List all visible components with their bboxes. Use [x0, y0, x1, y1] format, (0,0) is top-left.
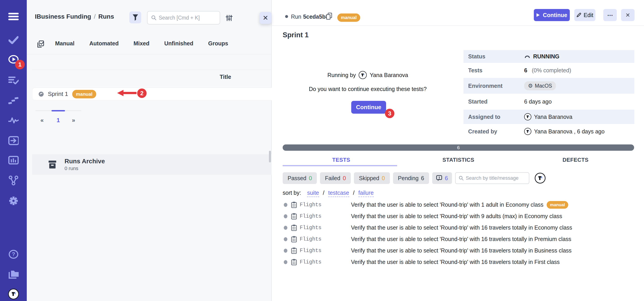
filter-pending[interactable]: Pending 6	[393, 172, 429, 184]
detail-label: Environment	[464, 83, 524, 89]
sort-separator: /	[353, 190, 354, 196]
clipboard-icon	[291, 236, 297, 242]
comment-icon	[436, 175, 442, 181]
filter-label: Failed	[325, 175, 340, 182]
ellipsis-icon: ⋯	[607, 12, 613, 18]
test-filters: Passed 0 Failed 0 Skipped 0 Pending 6 6	[283, 172, 546, 184]
milestones-steps-icon[interactable]	[8, 95, 19, 106]
continue-label: Continue	[356, 104, 381, 111]
tab-defects[interactable]: DEFECTS	[517, 157, 634, 163]
filter-skipped[interactable]: Skipped 0	[354, 172, 390, 184]
sliders-icon	[226, 14, 233, 21]
detail-label: Created by	[464, 128, 524, 135]
filter-button[interactable]	[129, 11, 141, 23]
copy-icon[interactable]	[326, 12, 332, 20]
profile-avatar[interactable]	[8, 289, 19, 299]
tests-search[interactable]	[455, 172, 529, 184]
runs-search[interactable]	[147, 11, 220, 24]
test-title: Verify that the user is able to select '…	[351, 224, 572, 231]
clipboard-icon	[291, 213, 297, 220]
tab-manual[interactable]: Manual	[55, 40, 74, 47]
test-row[interactable]: Flights Verify that the user is able to …	[283, 199, 578, 211]
tab-mixed[interactable]: Mixed	[134, 40, 150, 47]
pagination-prev[interactable]: «	[38, 117, 46, 124]
tab-automated[interactable]: Automated	[89, 40, 119, 47]
test-status-dot	[284, 237, 287, 241]
run-detail-header: Run5ceda5b8 manual Continue Edit ⋯	[272, 0, 644, 26]
filter-comments[interactable]: 6	[432, 172, 452, 184]
active-tab-underline	[283, 165, 397, 166]
test-status-dot	[284, 203, 287, 207]
running-by-user: Yana Baranova	[370, 72, 408, 78]
sort-by-failure[interactable]: failure	[358, 190, 374, 197]
environment-chip[interactable]: ⚙ MacOS	[524, 81, 556, 90]
test-type-badge: manual	[547, 201, 568, 209]
runs-type-tabs: Manual Automated Mixed Unfinished Groups	[55, 40, 228, 47]
analytics-bar-chart-icon[interactable]	[8, 155, 19, 165]
plans-list-check-icon[interactable]	[8, 75, 19, 85]
import-box-arrow-icon[interactable]	[8, 135, 19, 146]
scrollbar-thumb[interactable]	[269, 151, 271, 162]
continue-button-main[interactable]: Continue	[351, 101, 386, 114]
help-question-icon[interactable]: ?	[8, 249, 19, 260]
view-settings-button[interactable]	[225, 14, 233, 22]
run-detail-tabs: TESTS STATISTICS DEFECTS	[283, 157, 634, 163]
projects-folders-icon[interactable]	[8, 269, 19, 280]
sort-label: sort by:	[283, 190, 301, 196]
run-id: 5ceda5b8	[303, 13, 329, 20]
tab-unfinished[interactable]: Unfinished	[164, 40, 194, 47]
assignee-avatar[interactable]	[535, 173, 546, 184]
table-top-border	[32, 70, 272, 70]
test-status-dot	[284, 260, 287, 264]
clipboard-icon	[291, 202, 297, 208]
archive-title: Runs Archive	[64, 158, 105, 165]
test-title: Verify that the user is able to select '…	[351, 259, 560, 265]
sort-by-testcase[interactable]: testcase	[328, 190, 349, 197]
settings-gear-icon[interactable]	[8, 196, 19, 206]
menu-icon[interactable]	[8, 11, 19, 22]
test-row[interactable]: Flights Verify that the user is able to …	[283, 211, 578, 222]
filter-failed[interactable]: Failed 0	[320, 172, 351, 184]
progress-count: 6	[457, 145, 460, 150]
detail-label: Started	[464, 98, 524, 105]
tab-tests[interactable]: TESTS	[283, 157, 400, 163]
tests-check-icon[interactable]	[8, 35, 19, 45]
continue-button-header[interactable]: Continue	[534, 9, 570, 21]
test-suite: Flights	[300, 225, 351, 231]
close-icon: ✕	[626, 12, 630, 18]
test-suite: Flights	[300, 202, 351, 208]
annotation-circle-1: 1	[15, 60, 25, 69]
detail-row-assigned: Assigned to Yana Baranova	[464, 110, 634, 124]
tab-groups[interactable]: Groups	[208, 40, 228, 47]
test-row[interactable]: Flights Verify that the user is able to …	[283, 245, 578, 256]
environment-value: MacOS	[535, 83, 552, 89]
filter-passed[interactable]: Passed 0	[283, 172, 317, 184]
select-runs-icon[interactable]	[37, 40, 44, 48]
tests-search-input[interactable]	[466, 175, 526, 181]
status-dot-icon	[285, 15, 288, 18]
more-button[interactable]: ⋯	[603, 9, 617, 21]
pagination-next[interactable]: »	[69, 117, 78, 124]
branches-icon[interactable]	[8, 175, 19, 186]
test-suite: Flights	[300, 259, 351, 265]
breadcrumb-project[interactable]: IBusiness Funding	[35, 13, 91, 20]
edit-button[interactable]: Edit	[574, 9, 596, 21]
filter-count: 0	[309, 175, 312, 182]
filter-count: 0	[382, 175, 385, 182]
sort-by-suite[interactable]: suite	[307, 190, 319, 197]
pulse-activity-icon[interactable]	[8, 115, 19, 126]
close-detail-button[interactable]: ✕	[621, 9, 634, 21]
test-row[interactable]: Flights Verify that the user is able to …	[283, 222, 578, 233]
test-row[interactable]: Flights Verify that the user is able to …	[283, 233, 578, 245]
runs-search-input[interactable]	[159, 15, 215, 21]
pagination-page-1[interactable]: 1	[54, 117, 63, 124]
run-type-badge: manual	[337, 13, 360, 22]
test-row[interactable]: Flights Verify that the user is able to …	[283, 256, 578, 268]
run-list-row-sprint1[interactable]: Sprint 1 manual	[32, 88, 272, 100]
filter-label: Skipped	[359, 175, 379, 182]
tab-statistics[interactable]: STATISTICS	[400, 157, 517, 163]
panel-close-button[interactable]: ✕	[260, 12, 272, 24]
continue-label: Continue	[543, 12, 567, 18]
runs-archive-row[interactable]: Runs Archive 0 runs	[32, 154, 272, 175]
archive-count: 0 runs	[64, 166, 105, 171]
